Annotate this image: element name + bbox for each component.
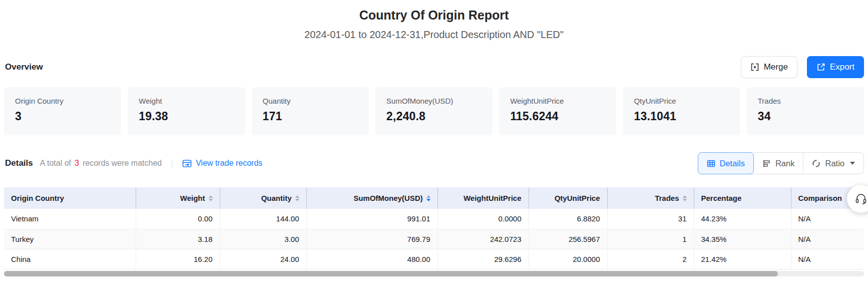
overview-heading: Overview	[5, 62, 43, 72]
tab-details-label: Details	[720, 159, 745, 168]
sort-icon-weight[interactable]	[209, 195, 213, 201]
tab-details[interactable]: Details	[698, 152, 754, 174]
sort-icon-quantity[interactable]	[295, 195, 299, 201]
cell-comparison: N/A	[791, 209, 864, 229]
country-of-origin-report-page: Country Of Origin Report 2024-01-01 to 2…	[0, 0, 868, 293]
overview-stat-cards: Origin Country 3 Weight 19.38 Quantity 1…	[4, 87, 864, 135]
cell-trades: 31	[607, 209, 694, 229]
cell-weight-unit-price: 242.0723	[438, 229, 529, 249]
export-icon	[816, 63, 825, 72]
stat-label: SumOfMoney(USD)	[386, 97, 482, 105]
col-header-origin-country: Origin Country	[4, 187, 136, 209]
cell-qty-unit-price: 256.5967	[529, 229, 607, 249]
merge-button[interactable]: Merge	[741, 56, 797, 78]
ratio-circle-icon	[812, 159, 820, 168]
stat-card-weight: Weight 19.38	[128, 87, 245, 135]
cell-weight: 16.20	[136, 249, 220, 269]
export-button-label: Export	[830, 62, 854, 72]
cell-qty-unit-price: 6.8820	[529, 209, 607, 229]
stat-value: 3	[15, 110, 110, 123]
col-header-trades[interactable]: Trades	[607, 187, 694, 209]
tab-ratio[interactable]: Ratio	[803, 153, 863, 174]
stat-label: Weight	[139, 97, 234, 105]
horizontal-scrollbar-track[interactable]	[4, 271, 864, 276]
table-row-china: China 16.20 24.00 480.00 29.6296 20.0000…	[4, 249, 864, 269]
toolbar-actions: Merge Export	[741, 56, 864, 78]
stat-card-trades: Trades 34	[747, 87, 864, 135]
matched-records-count: 3	[75, 159, 79, 168]
sort-icon-sum-of-money-desc-active[interactable]	[426, 195, 430, 201]
cell-comparison: N/A	[791, 249, 864, 269]
stat-card-sum-of-money: SumOfMoney(USD) 2,240.8	[375, 87, 493, 135]
stat-card-origin-country: Origin Country 3	[4, 87, 121, 135]
cell-sum-of-money: 769.79	[306, 229, 438, 249]
view-switcher: Details Rank Ratio	[698, 152, 864, 174]
chevron-down-icon	[850, 162, 855, 165]
details-summary: Details A total of 3 records were matche…	[5, 158, 262, 168]
tab-rank[interactable]: Rank	[754, 153, 803, 174]
cell-origin-country: Turkey	[4, 229, 136, 249]
cell-weight: 3.18	[136, 229, 220, 249]
cell-sum-of-money: 991.01	[306, 209, 438, 229]
stat-value: 34	[758, 110, 853, 123]
view-trade-records-link[interactable]: View trade records	[182, 159, 262, 168]
tab-rank-label: Rank	[775, 159, 795, 168]
sort-icon-trades[interactable]	[683, 195, 687, 201]
stat-value: 19.38	[139, 110, 234, 123]
cell-quantity: 24.00	[220, 249, 306, 269]
cell-weight: 0.00	[136, 209, 220, 229]
cell-quantity: 144.00	[220, 209, 306, 229]
stat-label: Origin Country	[15, 97, 110, 105]
table-row-turkey: Turkey 3.18 3.00 769.79 242.0723 256.596…	[4, 229, 864, 249]
col-header-weight[interactable]: Weight	[136, 187, 220, 209]
table-header-row: Origin Country Weight Quantity SumOfMone…	[4, 187, 864, 209]
cell-percentage: 21.42%	[694, 249, 791, 269]
details-table-container: Origin Country Weight Quantity SumOfMone…	[4, 187, 864, 269]
cell-trades: 1	[607, 229, 694, 249]
details-heading: Details	[5, 158, 33, 168]
table-row-vietnam: Vietnam 0.00 144.00 991.01 0.0000 6.8820…	[4, 209, 864, 229]
tab-ratio-label: Ratio	[825, 159, 844, 168]
stat-value: 13.1041	[634, 110, 729, 123]
cell-sum-of-money: 480.00	[306, 249, 438, 269]
stat-label: Trades	[758, 97, 853, 105]
trade-records-icon	[182, 159, 192, 168]
cell-trades: 2	[607, 249, 694, 269]
stat-value: 171	[263, 110, 358, 123]
cell-comparison: N/A	[791, 229, 864, 249]
stat-value: 2,240.8	[386, 110, 482, 123]
stat-card-weight-unit-price: WeightUnitPrice 115.6244	[499, 87, 616, 135]
report-filter-subtitle: 2024-01-01 to 2024-12-31,Product Descrip…	[4, 29, 864, 41]
rank-bars-icon	[762, 159, 771, 168]
stat-value: 115.6244	[510, 110, 605, 123]
stat-card-qty-unit-price: QtyUnitPrice 13.1041	[623, 87, 740, 135]
cell-weight-unit-price: 29.6296	[438, 249, 529, 269]
overview-header-row: Overview Merge Export	[4, 56, 864, 78]
merge-button-label: Merge	[764, 62, 788, 72]
merge-cells-icon	[750, 63, 759, 72]
horizontal-scrollbar-thumb[interactable]	[4, 271, 778, 276]
summary-suffix: records were matched	[83, 159, 162, 168]
cell-weight-unit-price: 0.0000	[438, 209, 529, 229]
col-header-qty-unit-price: QtyUnitPrice	[529, 187, 607, 209]
stat-card-quantity: Quantity 171	[252, 87, 369, 135]
headset-icon	[854, 192, 867, 205]
col-header-weight-unit-price: WeightUnitPrice	[438, 187, 529, 209]
records-matched-summary: A total of 3 records were matched	[40, 159, 162, 168]
col-header-sum-of-money[interactable]: SumOfMoney(USD)	[306, 187, 438, 209]
stat-label: QtyUnitPrice	[634, 97, 729, 105]
cell-origin-country: Vietnam	[4, 209, 136, 229]
cell-percentage: 34.35%	[694, 229, 791, 249]
col-header-quantity[interactable]: Quantity	[220, 187, 306, 209]
table-grid-icon	[707, 159, 715, 168]
vertical-divider	[172, 159, 172, 168]
cell-quantity: 3.00	[220, 229, 306, 249]
page-title: Country Of Origin Report	[4, 0, 864, 23]
cell-qty-unit-price: 20.0000	[529, 249, 607, 269]
cell-percentage: 44.23%	[694, 209, 791, 229]
col-header-percentage: Percentage	[694, 187, 791, 209]
export-button[interactable]: Export	[807, 56, 864, 78]
view-trade-records-label: View trade records	[196, 159, 262, 168]
summary-prefix: A total of	[40, 159, 71, 168]
details-header-row: Details A total of 3 records were matche…	[4, 152, 864, 174]
